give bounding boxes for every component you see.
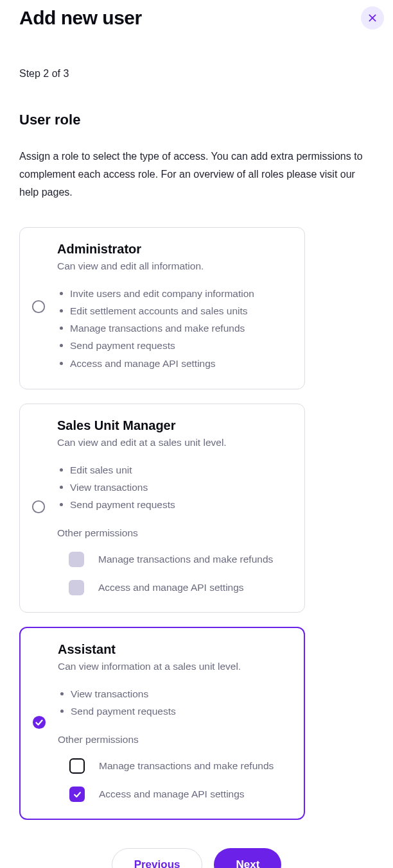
check-icon	[73, 790, 82, 799]
role-permission: Edit settlement accounts and sales units	[70, 302, 293, 319]
other-permissions-label: Other permissions	[57, 527, 293, 539]
radio-icon	[31, 300, 46, 314]
role-card-sales-unit-manager[interactable]: Sales Unit Manager Can view and edit at …	[19, 404, 305, 613]
section-description: Assign a role to select the type of acce…	[19, 148, 366, 201]
section-title: User role	[19, 112, 374, 128]
permission-label: Manage transactions and make refunds	[98, 554, 273, 565]
role-subtitle: Can view and edit all information.	[57, 260, 293, 272]
radio-icon	[31, 500, 46, 514]
checkbox-api-settings[interactable]	[69, 787, 85, 802]
next-button[interactable]: Next	[214, 848, 281, 868]
role-subtitle: Can view information at a sales unit lev…	[58, 661, 292, 672]
role-permission: Manage transactions and make refunds	[70, 319, 293, 337]
role-permission: Access and manage API settings	[70, 355, 293, 372]
permission-label: Access and manage API settings	[98, 582, 244, 593]
svg-point-3	[33, 501, 44, 513]
role-permission: View transactions	[70, 479, 293, 496]
close-button[interactable]	[361, 6, 384, 30]
role-title: Administrator	[57, 242, 293, 257]
role-card-assistant[interactable]: Assistant Can view information at a sale…	[19, 627, 305, 820]
svg-point-4	[33, 716, 46, 729]
page-title: Add new user	[19, 7, 142, 29]
permission-label: Access and manage API settings	[99, 788, 245, 800]
role-card-administrator[interactable]: Administrator Can view and edit all info…	[19, 227, 305, 389]
role-permission: Send payment requests	[71, 702, 292, 720]
permission-label: Manage transactions and make refunds	[99, 760, 274, 772]
svg-point-2	[33, 301, 44, 312]
role-permission: Send payment requests	[70, 496, 293, 513]
role-subtitle: Can view and edit at a sales unit level.	[57, 437, 293, 448]
role-permission: Edit sales unit	[70, 461, 293, 479]
checkbox-api-settings[interactable]	[69, 580, 84, 595]
role-permission: View transactions	[71, 685, 292, 702]
other-permissions-label: Other permissions	[58, 734, 292, 745]
role-title: Sales Unit Manager	[57, 418, 293, 433]
previous-button[interactable]: Previous	[112, 848, 203, 868]
checkbox-manage-transactions[interactable]	[69, 758, 85, 774]
checkbox-manage-transactions[interactable]	[69, 552, 84, 567]
role-permission: Invite users and edit company informatio…	[70, 285, 293, 302]
radio-checked-icon	[32, 715, 46, 729]
role-title: Assistant	[58, 642, 292, 657]
step-indicator: Step 2 of 3	[19, 68, 374, 80]
close-icon	[367, 13, 378, 23]
role-permission: Send payment requests	[70, 337, 293, 354]
